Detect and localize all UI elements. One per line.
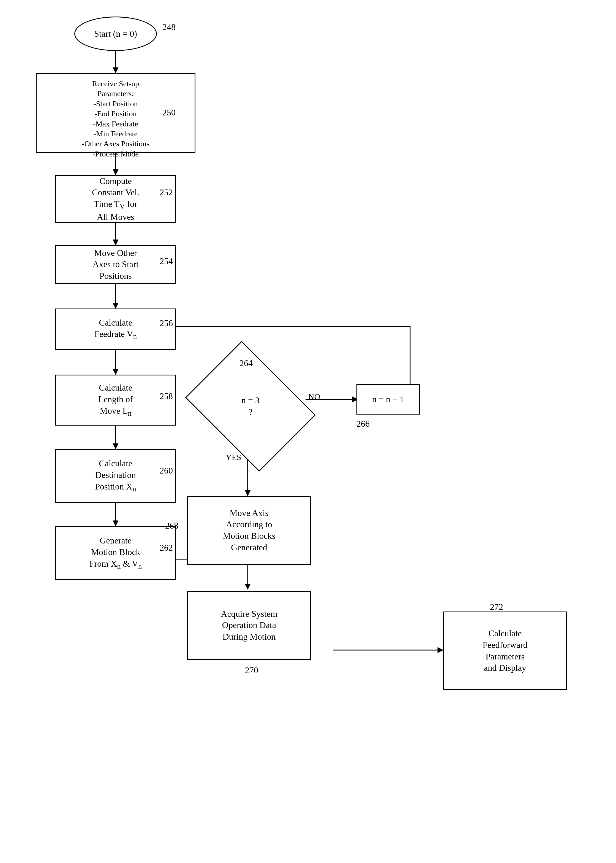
ref-252: 252 <box>160 187 173 197</box>
start-label: Start (n = 0) <box>94 28 137 40</box>
ref-266: 266 <box>357 419 370 429</box>
svg-marker-11 <box>113 444 118 449</box>
ref-268: 268 <box>165 521 178 531</box>
ref-248: 248 <box>162 22 176 32</box>
box272-label: Calculate Feedforward Parameters and Dis… <box>482 628 527 674</box>
svg-marker-1 <box>113 68 118 73</box>
diamond264-label: n = 3? <box>241 395 259 417</box>
yes-label: YES <box>226 452 241 463</box>
flowchart-diagram: Start (n = 0) 248 Receive Set-up Paramet… <box>0 0 616 863</box>
diamond-264: n = 3? <box>198 366 303 446</box>
box250-label: Receive Set-up Parameters: -Start Positi… <box>82 79 149 159</box>
box-262: Generate Motion Block From Xn & Vn <box>55 526 176 580</box>
svg-marker-5 <box>113 239 118 245</box>
box-256: Calculate Feedrate Vn <box>55 309 176 350</box>
svg-marker-7 <box>113 303 118 309</box>
ref-254: 254 <box>160 256 173 266</box>
ref-256: 256 <box>160 318 173 328</box>
svg-marker-13 <box>113 521 118 526</box>
box252-label: Compute Constant Vel. Time TV for All Mo… <box>92 175 139 223</box>
box256-label: Calculate Feedrate Vn <box>94 317 137 342</box>
box262-label: Generate Motion Block From Xn & Vn <box>90 535 142 571</box>
box-252: Compute Constant Vel. Time TV for All Mo… <box>55 175 176 223</box>
box254-label: Move Other Axes to Start Positions <box>93 247 138 282</box>
svg-marker-26 <box>245 584 250 589</box>
svg-marker-24 <box>245 490 250 496</box>
box-260: Calculate Destination Position Xn <box>55 449 176 503</box>
start-shape: Start (n = 0) <box>74 17 157 51</box>
box258-label: Calculate Length of Move Ln <box>98 382 133 418</box>
ref-270: 270 <box>245 665 258 676</box>
svg-marker-9 <box>113 369 118 375</box>
box260-label: Calculate Destination Position Xn <box>95 458 136 494</box>
ref-262: 262 <box>160 543 173 553</box>
box266-label: n = n + 1 <box>372 394 404 405</box>
svg-marker-3 <box>113 169 118 175</box>
box-266: n = n + 1 <box>357 384 420 414</box>
ref-260: 260 <box>160 466 173 476</box>
box-270: Acquire System Operation Data During Mot… <box>187 591 311 660</box>
box-268: Move Axis According to Motion Blocks Gen… <box>187 496 311 565</box>
box-258: Calculate Length of Move Ln <box>55 375 176 425</box>
ref-250: 250 <box>162 107 176 118</box>
ref-272: 272 <box>490 602 503 612</box>
svg-marker-28 <box>438 647 443 653</box>
box270-label: Acquire System Operation Data During Mot… <box>221 608 277 643</box>
box-254: Move Other Axes to Start Positions <box>55 245 176 284</box>
ref-258: 258 <box>160 391 173 402</box>
no-label: NO <box>308 391 320 402</box>
box-272: Calculate Feedforward Parameters and Dis… <box>443 611 567 690</box>
box268-label: Move Axis According to Motion Blocks Gen… <box>223 507 275 553</box>
